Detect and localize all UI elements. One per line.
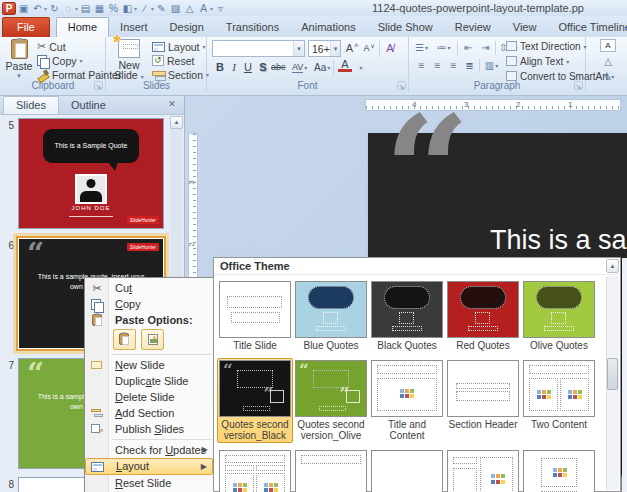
menu-item-delete-slide[interactable]: Delete Slide	[85, 389, 213, 405]
tab-animations[interactable]: Animations	[290, 18, 366, 37]
layout-button[interactable]: Layout▾	[152, 40, 206, 53]
picture-icon[interactable]: ▨	[169, 2, 182, 15]
panel-scroll-up-icon[interactable]: ▲	[170, 116, 183, 129]
menu-item-publish-slides[interactable]: ↗Publish Slides	[85, 421, 213, 437]
undo-icon-dropdown[interactable]: ▾	[44, 5, 47, 12]
tab-review[interactable]: Review	[444, 18, 502, 37]
layout-option-title-and-content[interactable]: Title and Content	[369, 358, 445, 443]
reset-button[interactable]: Reset	[152, 54, 194, 67]
zoom-99-icon[interactable]: %	[107, 2, 120, 15]
italic-button[interactable]: I	[227, 59, 241, 75]
repeat-icon-dropdown[interactable]: ▾	[75, 5, 78, 12]
bullets-button[interactable]: ☰▾	[414, 40, 429, 55]
paste-picture-button[interactable]	[141, 329, 164, 350]
gallery-scroll-up-icon[interactable]: ▲	[606, 259, 619, 273]
align-center-button[interactable]: ≡	[430, 58, 445, 73]
align-text-button[interactable]: Align Text▾	[506, 54, 569, 68]
justify-button[interactable]: ≣	[462, 58, 477, 73]
text-shadow-button[interactable]: S	[256, 59, 270, 75]
menu-item-duplicate-slide[interactable]: Duplicate Slide	[85, 373, 213, 389]
highlighter-icon-dropdown[interactable]: ▾	[151, 5, 154, 12]
menu-item-cut[interactable]: ✂Cut	[85, 280, 213, 296]
font-color-dropdown[interactable]: ▾	[354, 59, 368, 75]
font-size-combo[interactable]: 16+▼	[308, 40, 341, 57]
copy-button[interactable]: Copy▾	[37, 54, 83, 67]
tab-file[interactable]: File	[2, 17, 50, 37]
font-color-button[interactable]: A	[338, 59, 352, 72]
font-color-icon-dropdown[interactable]: ▾	[210, 5, 213, 12]
slide-title-text[interactable]: This is a sam	[490, 225, 627, 256]
clear-formatting-button[interactable]: A̸	[383, 40, 397, 56]
shapes-icon[interactable]: △	[183, 2, 196, 15]
highlighter-icon[interactable]: ∕	[138, 2, 151, 15]
align-right-button[interactable]: ≡	[446, 58, 461, 73]
smartart-icon-dropdown[interactable]: ▾	[134, 5, 137, 12]
paste-button[interactable]: Paste ▼	[4, 39, 34, 81]
ink-shape-icon[interactable]: ✎	[600, 71, 616, 84]
gallery-scroll-thumb[interactable]	[607, 358, 618, 390]
menu-item-check-for-updates[interactable]: Check for Updates▶	[85, 442, 213, 458]
font-color-icon[interactable]: A	[197, 2, 210, 15]
layout-option-quotes-second-version-olive[interactable]: “”Quotes second version_Olive	[293, 358, 369, 443]
strikethrough-button[interactable]: abc	[271, 59, 286, 75]
grow-font-button[interactable]: A˄	[345, 40, 359, 56]
menu-item-layout[interactable]: Layout▶	[85, 458, 213, 475]
powerpoint-logo[interactable]: P	[2, 2, 16, 15]
panel-tab-outline[interactable]: Outline	[59, 97, 118, 114]
smartart-icon[interactable]: ◧	[121, 2, 134, 15]
layout-option[interactable]	[369, 448, 445, 492]
align-left-button[interactable]: ≡	[414, 58, 429, 73]
tab-office-timeline[interactable]: Office Timeline	[547, 18, 627, 37]
bold-button[interactable]: B	[213, 59, 227, 75]
undo-icon[interactable]: ↶	[31, 2, 44, 15]
layout-option-two-content[interactable]: Two Content	[521, 358, 597, 432]
layout-option-section-header[interactable]: Section Header	[445, 358, 521, 432]
panel-close-icon[interactable]: ✕	[166, 99, 178, 109]
layout-option[interactable]	[293, 448, 369, 492]
layout-option-title-slide[interactable]: Title Slide	[217, 279, 293, 353]
cut-button[interactable]: ✂ Cut	[37, 40, 66, 53]
columns-button[interactable]: ▥▾	[484, 58, 499, 73]
shrink-font-button[interactable]: A˅	[362, 40, 376, 56]
pen-icon[interactable]: ✎	[155, 2, 168, 15]
menu-item-paste-options[interactable]: Paste Options:	[85, 312, 213, 328]
menu-item-new-slide[interactable]: New Slide	[85, 357, 213, 373]
menu-item-reset-slide[interactable]: Reset Slide	[85, 475, 213, 491]
clipboard-dialog-launcher[interactable]: ↘	[94, 81, 103, 90]
underline-button[interactable]: U	[241, 59, 255, 75]
layout-option-red-quotes[interactable]: Red Quotes	[445, 279, 521, 353]
panel-tab-slides[interactable]: Slides	[3, 96, 59, 114]
menu-item-copy[interactable]: Copy	[85, 296, 213, 312]
layout-option-quotes-second-version-black[interactable]: “”Quotes second version_Black	[217, 358, 293, 443]
increase-indent-button[interactable]: ⇥	[478, 40, 493, 55]
new-slide-icon[interactable]: ▤	[79, 2, 92, 15]
tab-view[interactable]: View	[502, 18, 548, 37]
tab-design[interactable]: Design	[159, 18, 215, 37]
slide-thumbnail-5[interactable]: This is a Sample QuoteJOHN DOESlideHunte…	[18, 118, 164, 229]
paste-keep-formatting-button[interactable]	[113, 329, 136, 350]
new-slide-button[interactable]: New Slide ▾	[110, 39, 148, 81]
tab-home[interactable]: Home	[56, 17, 109, 37]
character-spacing-button[interactable]: AV▾	[292, 59, 307, 75]
repeat-icon[interactable]: ◌	[62, 2, 75, 15]
numbering-button[interactable]: ≔▾	[436, 40, 451, 55]
layout-option[interactable]	[217, 448, 293, 492]
paragraph-dialog-launcher[interactable]: ↘	[574, 81, 583, 90]
save-icon[interactable]: ▣	[17, 2, 30, 15]
layout-option-black-quotes[interactable]: Black Quotes	[369, 279, 445, 353]
redo-icon[interactable]: ↻	[48, 2, 61, 15]
shape-triangle-icon[interactable]: △	[600, 55, 616, 68]
qat-customize-icon[interactable]: ▿	[214, 2, 227, 15]
table-icon[interactable]: ▦	[93, 2, 106, 15]
layout-option[interactable]	[521, 448, 597, 492]
window-scrollbar[interactable]	[622, 258, 627, 492]
decrease-indent-button[interactable]: ⇤	[461, 40, 476, 55]
layout-option-blue-quotes[interactable]: Blue Quotes	[293, 279, 369, 353]
tab-transitions[interactable]: Transitions	[215, 18, 290, 37]
text-direction-button[interactable]: Text Direction▾	[506, 39, 587, 53]
menu-item-add-section[interactable]: Add Section	[85, 405, 213, 421]
font-name-combo[interactable]: ▼	[212, 40, 305, 57]
text-box-icon[interactable]: A	[600, 39, 616, 52]
layout-option-olive-quotes[interactable]: Olive Quotes	[521, 279, 597, 353]
layout-option[interactable]	[445, 448, 521, 492]
